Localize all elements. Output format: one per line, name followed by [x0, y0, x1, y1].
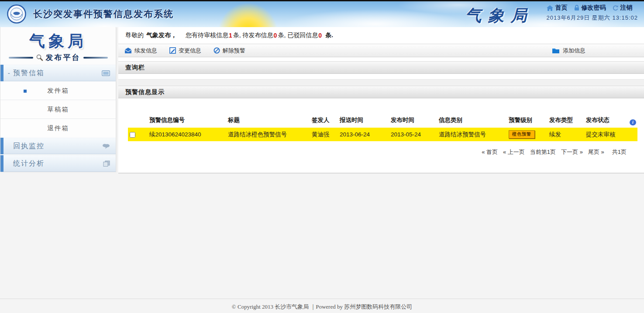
pagination-current: 当前第1页	[530, 148, 556, 156]
pagination: « 首页 « 上一页 当前第1页 下一页 » 尾页 » 共1页	[124, 148, 627, 156]
current-user: 气象发布，	[146, 31, 177, 39]
spacer	[118, 57, 644, 61]
brand-logo-text: 气象局	[465, 5, 534, 27]
accent-bar	[0, 138, 3, 154]
sidebar-item-statistics[interactable]: 统计分析	[0, 155, 116, 172]
edit-icon	[169, 47, 176, 54]
header-right: 气象局 首页 修改密码	[465, 4, 638, 27]
home-link[interactable]: 首页	[547, 4, 568, 12]
folder-icon	[552, 48, 560, 53]
statistics-icon	[103, 160, 110, 167]
sidebar-logo: 气象局 发布平台	[0, 27, 116, 65]
sidebar-logo-subtitle: 发布平台	[46, 52, 81, 63]
add-info-button[interactable]: 添加信息	[552, 47, 585, 55]
column-header: 签发人	[310, 114, 338, 128]
sidebar-submenu: 发件箱 草稿箱 退件箱	[0, 81, 116, 138]
content-row: 气象局 发布平台 - 预警信箱	[0, 27, 644, 174]
query-panel-body	[118, 74, 644, 79]
toolbar: 续发信息 变更信息 解除预警	[118, 44, 644, 57]
pagination-first[interactable]: « 首页	[482, 148, 498, 156]
pagination-total: 共1页	[612, 148, 627, 156]
mail-icon	[124, 48, 132, 53]
active-bullet	[24, 90, 27, 93]
display-panel-header: 预警信息显示	[118, 86, 644, 98]
panel-gap	[118, 79, 644, 86]
sidebar-item-warning-mailbox[interactable]: - 预警信箱	[0, 65, 116, 81]
cell-warning-id: 续20130624023840	[148, 128, 226, 141]
column-header: 发布类型	[548, 114, 584, 128]
column-header: 发布时间	[389, 114, 437, 128]
sidebar-item-outbox[interactable]: 发件箱	[0, 81, 116, 100]
main-content: 尊敬的 气象发布， 您有待审核信息 1 条, 待发布信息 0 条, 已驳回信息 …	[118, 27, 644, 174]
collapse-indicator: -	[8, 70, 13, 77]
sidebar-item-drafts[interactable]: 草稿箱	[0, 100, 116, 119]
accent-bar	[0, 155, 3, 172]
change-password-link[interactable]: 修改密码	[574, 4, 606, 12]
pagination-next[interactable]: 下一页 »	[561, 148, 583, 156]
accent-bar	[0, 65, 3, 81]
logout-link[interactable]: 注销	[613, 4, 633, 12]
column-header: 报送时间	[338, 114, 389, 128]
datetime-display: 2013年6月29日 星期六 13:15:02	[547, 14, 638, 22]
pagination-prev[interactable]: « 上一页	[503, 148, 525, 156]
row-checkbox[interactable]	[130, 132, 135, 138]
magnifier-icon	[36, 54, 43, 61]
sidebar: 气象局 发布平台 - 预警信箱	[0, 27, 116, 172]
cell-title: 道路结冰橙色预警信号	[226, 128, 310, 141]
cancel-warning-button[interactable]: 解除预警	[214, 47, 245, 55]
footer: © Copyright 2013 长沙市气象局 ｜Powered by 苏州梦图…	[0, 299, 644, 311]
sidebar-item-receipt-monitor[interactable]: 回执监控	[0, 138, 116, 154]
display-panel-title: 预警信息显示	[125, 88, 165, 96]
agency-emblem-icon	[7, 4, 26, 24]
logout-icon	[613, 5, 618, 11]
query-panel-header: 查询栏	[118, 61, 644, 74]
header-nav: 首页 修改密码 注销 2013年6月29日	[547, 4, 638, 22]
query-panel-title: 查询栏	[125, 64, 145, 72]
cell-publish-type: 续发	[548, 128, 584, 141]
sidebar-item-returned[interactable]: 退件箱	[0, 119, 116, 138]
cell-issuer: 黄迪强	[310, 128, 338, 141]
cell-submit-time: 2013-06-24	[338, 128, 389, 141]
copyright-text: © Copyright 2013 长沙市气象局 ｜Powered by 苏州梦图…	[232, 303, 412, 310]
info-icon[interactable]	[630, 119, 636, 125]
column-header: 信息类别	[437, 114, 507, 128]
receipt-monitor-icon	[102, 143, 110, 149]
cell-status: 提交未审核	[584, 128, 637, 141]
resend-info-button[interactable]: 续发信息	[124, 47, 157, 55]
change-info-button[interactable]: 变更信息	[169, 47, 201, 55]
sidebar-logo-title: 气象局	[0, 31, 116, 52]
pending-publish-count: 0	[274, 32, 277, 39]
page: 长沙突发事件预警信息发布系统 气象局 首页 修改密码	[0, 0, 644, 313]
header-left: 长沙突发事件预警信息发布系统	[7, 4, 174, 24]
page-title: 长沙突发事件预警信息发布系统	[33, 8, 174, 20]
display-panel-body: 预警信息编号 标题 签发人 报送时间 发布时间 信息类别 预警级别 发布类型 发…	[118, 114, 644, 177]
decor-line-left	[9, 57, 33, 59]
lock-icon	[574, 5, 579, 11]
column-header: 标题	[226, 114, 310, 128]
table-row[interactable]: 续20130624023840 道路结冰橙色预警信号 黄迪强 2013-06-2…	[128, 128, 637, 141]
table-header-row: 预警信息编号 标题 签发人 报送时间 发布时间 信息类别 预警级别 发布类型 发…	[128, 114, 637, 128]
warning-level-badge: 橙色预警	[509, 130, 535, 139]
cell-publish-time: 2013-05-24	[389, 128, 437, 141]
warning-table: 预警信息编号 标题 签发人 报送时间 发布时间 信息类别 预警级别 发布类型 发…	[128, 114, 637, 141]
column-header: 预警信息编号	[148, 114, 226, 128]
ban-icon	[214, 47, 220, 54]
greeting-bar: 尊敬的 气象发布， 您有待审核信息 1 条, 待发布信息 0 条, 已驳回信息 …	[118, 27, 644, 44]
rejected-count: 0	[318, 32, 322, 39]
column-header: 预警级别	[507, 114, 548, 128]
mailbox-panel-icon	[102, 70, 110, 76]
pending-review-count: 1	[229, 32, 232, 39]
header-banner: 长沙突发事件预警信息发布系统 气象局 首页 修改密码	[0, 1, 644, 27]
select-column-header	[128, 114, 148, 128]
decor-line-right	[83, 57, 108, 59]
pagination-last[interactable]: 尾页 »	[588, 148, 604, 156]
cell-category: 道路结冰预警信号	[437, 128, 507, 141]
sidebar-logo-subtitle-row: 发布平台	[0, 52, 116, 63]
home-icon	[547, 5, 553, 11]
